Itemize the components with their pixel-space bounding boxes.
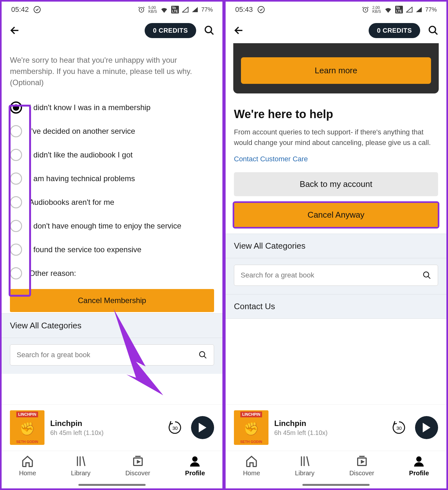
cancel-anyway-highlight: Cancel Anyway <box>233 201 439 229</box>
search-input[interactable] <box>17 351 169 359</box>
rewind-value: 30 <box>172 425 178 431</box>
back-icon[interactable] <box>9 25 21 36</box>
status-bar: 05:43 2.00 KB/S VoLTE 77% <box>226 2 446 18</box>
gesture-bar <box>78 484 146 486</box>
cancel-anyway-button[interactable]: Cancel Anyway <box>234 203 438 227</box>
status-time: 05:42 <box>11 5 29 14</box>
profile-icon <box>188 455 201 468</box>
nav-home[interactable]: Home <box>243 455 260 477</box>
radio-button[interactable] <box>10 220 22 232</box>
promo-card: Learn more <box>233 43 439 93</box>
search-box[interactable] <box>10 344 214 365</box>
search-section <box>2 338 222 374</box>
mini-player[interactable]: LINCHPIN ✊ SETH GODIN Linchpin 6h 45m le… <box>2 404 222 451</box>
option-label: I am having technical problems <box>29 174 135 183</box>
check-icon <box>33 6 41 13</box>
nav-profile[interactable]: Profile <box>185 455 205 477</box>
svg-point-0 <box>34 6 40 13</box>
discover-icon <box>356 455 368 468</box>
check-icon <box>257 6 265 13</box>
back-icon[interactable] <box>233 25 245 36</box>
radio-button[interactable] <box>10 149 22 161</box>
wifi-icon <box>160 6 168 13</box>
radio-button[interactable] <box>10 125 22 137</box>
radio-button[interactable] <box>10 196 22 208</box>
nav-discover[interactable]: Discover <box>349 455 374 477</box>
view-all-categories-section[interactable]: View All Categories <box>2 313 222 338</box>
option-row[interactable]: Other reason: <box>2 261 222 285</box>
intro-text: We're sorry to hear that you're unhappy … <box>2 43 222 96</box>
status-time: 05:43 <box>235 5 253 14</box>
top-bar: 0 CREDITS <box>2 18 222 43</box>
option-row[interactable]: I am having technical problems <box>2 167 222 190</box>
phone-left: 05:42 5.00 KB/S VoLTE 77% 0 CREDITS We'r… <box>0 0 224 490</box>
rewind-button[interactable]: 30 <box>167 419 183 436</box>
option-row[interactable]: I don't have enough time to enjoy the se… <box>2 214 222 238</box>
main-content: Learn more We're here to help From accou… <box>226 43 446 404</box>
search-icon[interactable] <box>204 25 215 36</box>
nav-discover[interactable]: Discover <box>125 455 150 477</box>
nav-home[interactable]: Home <box>19 455 36 477</box>
home-icon <box>21 455 34 468</box>
radio-button[interactable] <box>10 244 22 256</box>
nav-library[interactable]: Library <box>295 455 315 477</box>
nav-profile[interactable]: Profile <box>409 455 429 477</box>
discover-icon <box>132 455 144 468</box>
phone-right: 05:43 2.00 KB/S VoLTE 77% 0 CREDITS Lear… <box>224 0 448 490</box>
credits-badge[interactable]: 0 CREDITS <box>145 23 196 38</box>
contact-us-section[interactable]: Contact Us <box>226 294 446 319</box>
contact-care-link[interactable]: Contact Customer Care <box>226 155 446 172</box>
rewind-button[interactable]: 30 <box>391 419 407 436</box>
option-row[interactable]: I didn't know I was in a membership <box>2 96 222 119</box>
play-button[interactable] <box>191 416 214 439</box>
status-speed-unit: KB/S <box>148 10 157 13</box>
signal-icon <box>406 7 412 12</box>
player-subtitle: 6h 45m left (1.10x) <box>274 429 385 437</box>
nav-library[interactable]: Library <box>71 455 91 477</box>
learn-more-button[interactable]: Learn more <box>241 57 431 84</box>
signal2-icon <box>192 7 198 12</box>
player-subtitle: 6h 45m left (1.10x) <box>50 429 161 437</box>
view-all-categories-section[interactable]: View All Categories <box>226 234 446 258</box>
help-body: From account queries to tech support- if… <box>226 127 446 155</box>
svg-point-12 <box>416 456 422 462</box>
radio-button[interactable] <box>10 267 22 279</box>
wifi-icon <box>384 6 392 13</box>
mini-player[interactable]: LINCHPIN ✊ SETH GODIN Linchpin 6h 45m le… <box>226 404 446 451</box>
cover-top: LINCHPIN <box>240 412 262 417</box>
cancel-membership-button[interactable]: Cancel Membership <box>10 289 214 312</box>
option-row[interactable]: Audiobooks aren't for me <box>2 190 222 214</box>
cover-art[interactable]: LINCHPIN ✊ SETH GODIN <box>10 410 44 445</box>
search-input-icon <box>422 271 431 280</box>
alarm-icon <box>138 6 145 13</box>
alarm-icon <box>362 6 369 13</box>
fist-icon: ✊ <box>243 422 259 435</box>
lte-icon: VoLTE <box>395 6 403 13</box>
credits-badge[interactable]: 0 CREDITS <box>369 23 420 38</box>
cover-art[interactable]: LINCHPIN ✊ SETH GODIN <box>234 410 268 445</box>
radio-button[interactable] <box>10 173 22 185</box>
option-label: I've decided on another service <box>29 127 135 136</box>
svg-point-9 <box>429 26 436 33</box>
option-label: I found the service too expensive <box>29 245 141 254</box>
option-row[interactable]: I found the service too expensive <box>2 238 222 261</box>
player-title: Linchpin <box>274 419 385 428</box>
main-content: We're sorry to hear that you're unhappy … <box>2 43 222 404</box>
option-row[interactable]: I didn't like the audiobook I got <box>2 143 222 167</box>
rewind-value: 30 <box>396 425 402 431</box>
library-icon <box>298 455 311 468</box>
option-label: I don't have enough time to enjoy the se… <box>29 221 181 230</box>
search-input[interactable] <box>241 271 393 279</box>
option-row[interactable]: I've decided on another service <box>2 119 222 143</box>
back-to-account-button[interactable]: Back to my account <box>234 172 438 196</box>
radio-button[interactable] <box>10 101 22 114</box>
help-heading: We're here to help <box>226 93 446 127</box>
search-section <box>226 258 446 294</box>
search-box[interactable] <box>234 265 438 286</box>
option-label: Other reason: <box>29 269 76 278</box>
signal2-icon <box>416 7 422 12</box>
status-bar: 05:42 5.00 KB/S VoLTE 77% <box>2 2 222 18</box>
home-icon <box>245 455 258 468</box>
play-button[interactable] <box>415 416 438 439</box>
search-icon[interactable] <box>428 25 439 36</box>
